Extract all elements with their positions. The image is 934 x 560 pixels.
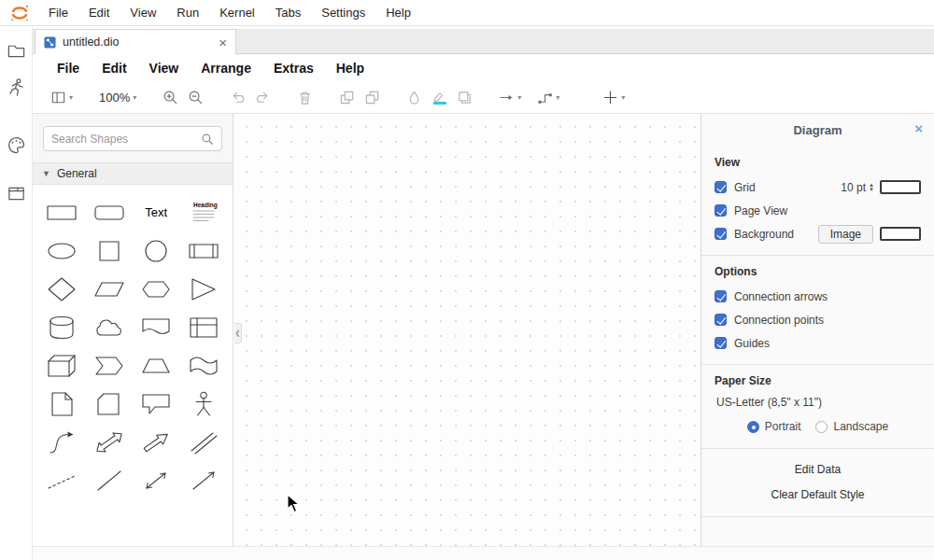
- connection-arrows-checkbox[interactable]: [715, 290, 727, 302]
- shape-dashed-line[interactable]: [38, 461, 86, 499]
- fill-color-button[interactable]: [402, 87, 427, 108]
- panel-collapse-handle[interactable]: ❮: [234, 323, 242, 343]
- shape-line[interactable]: [86, 461, 134, 499]
- zoom-select[interactable]: 100% ▾: [94, 88, 141, 107]
- shape-process[interactable]: [180, 231, 228, 270]
- shape-search-input[interactable]: [51, 133, 201, 146]
- shape-bidirectional-arrow[interactable]: [86, 423, 134, 461]
- shape-note[interactable]: [38, 385, 86, 423]
- drawio-menu-extras[interactable]: Extras: [262, 54, 325, 82]
- grid-checkbox[interactable]: [715, 181, 727, 193]
- jupyter-menu-tabs[interactable]: Tabs: [265, 0, 311, 25]
- tab-close-icon[interactable]: ×: [219, 35, 227, 49]
- undo-icon: [230, 90, 246, 105]
- shape-parallelogram[interactable]: [86, 270, 134, 308]
- waypoints-button[interactable]: ▾: [532, 87, 564, 108]
- shadow-button[interactable]: [452, 87, 477, 108]
- connection-button[interactable]: ▾: [494, 87, 526, 108]
- shape-text[interactable]: Text: [133, 193, 180, 231]
- shape-triangle[interactable]: [180, 270, 228, 308]
- redo-button[interactable]: [250, 87, 276, 108]
- drawio-menu-file[interactable]: File: [46, 54, 91, 82]
- section-general[interactable]: ▼ General: [33, 162, 233, 185]
- canvas-bottom-strip: [33, 546, 934, 560]
- jupyter-menu-run[interactable]: Run: [166, 0, 209, 25]
- file-browser-icon[interactable]: [7, 41, 26, 61]
- jupyter-menu-settings[interactable]: Settings: [311, 0, 375, 25]
- clear-default-style-button[interactable]: Clear Default Style: [715, 482, 921, 507]
- shape-cube[interactable]: [38, 346, 86, 385]
- shape-link[interactable]: [180, 423, 228, 461]
- zoom-out-button[interactable]: [183, 87, 208, 108]
- page-view-label: Page View: [734, 204, 787, 217]
- to-back-button[interactable]: [360, 87, 385, 108]
- shape-step[interactable]: [86, 346, 134, 385]
- guides-checkbox[interactable]: [715, 337, 727, 349]
- grid-color-button[interactable]: [880, 180, 921, 194]
- shape-bidirectional-connector[interactable]: [133, 461, 180, 499]
- shape-actor[interactable]: [180, 385, 228, 423]
- undo-button[interactable]: [225, 87, 250, 108]
- paper-size-value[interactable]: US-Letter (8,5" x 11"): [715, 394, 921, 414]
- jupyter-menu-edit[interactable]: Edit: [78, 0, 120, 25]
- grid-size-stepper[interactable]: ▲▼: [869, 183, 874, 192]
- svg-text:Heading: Heading: [193, 202, 218, 209]
- background-image-button[interactable]: Image: [818, 225, 873, 244]
- shape-card[interactable]: [86, 385, 134, 423]
- shape-cylinder[interactable]: [38, 308, 86, 346]
- shape-diamond[interactable]: [38, 270, 86, 308]
- page-view-checkbox[interactable]: [715, 204, 727, 217]
- to-front-button[interactable]: [334, 87, 360, 108]
- shape-cloud[interactable]: [86, 308, 134, 346]
- drawio-menu-edit[interactable]: Edit: [91, 54, 137, 82]
- chevron-down-icon: ▾: [133, 93, 136, 102]
- shape-tape[interactable]: [180, 346, 228, 385]
- shape-square[interactable]: [86, 231, 134, 270]
- open-tabs-icon[interactable]: [7, 184, 26, 203]
- drawio-menu-arrange[interactable]: Arrange: [190, 54, 262, 82]
- jupyter-menu-file[interactable]: File: [38, 0, 78, 25]
- shape-internal-storage[interactable]: [180, 308, 228, 346]
- shape-circle[interactable]: [133, 231, 180, 270]
- drawio-menu-view[interactable]: View: [138, 54, 191, 82]
- jupyter-menu-kernel[interactable]: Kernel: [209, 0, 265, 25]
- jupyter-menu-view[interactable]: View: [120, 0, 166, 25]
- drawio-menu-help[interactable]: Help: [325, 54, 375, 82]
- shape-hexagon[interactable]: [133, 270, 180, 308]
- command-palette-icon[interactable]: [7, 135, 26, 155]
- panel-close-icon[interactable]: ×: [914, 121, 923, 135]
- line-color-button[interactable]: [427, 88, 452, 107]
- shape-rectangle[interactable]: [38, 193, 86, 231]
- shape-document[interactable]: [133, 308, 180, 346]
- shape-heading[interactable]: Heading: [180, 193, 228, 231]
- delete-button[interactable]: [292, 87, 318, 108]
- chevron-down-icon: ▾: [556, 93, 559, 102]
- actions-section: Edit Data Clear Default Style: [701, 449, 934, 516]
- stepper-down-icon[interactable]: ▼: [869, 188, 874, 192]
- landscape-radio[interactable]: Landscape: [815, 420, 888, 433]
- shape-rounded-rectangle[interactable]: [86, 193, 134, 231]
- shape-curve[interactable]: [38, 423, 86, 461]
- panel-title: Diagram: [793, 123, 842, 137]
- view-layout-icon: [50, 90, 66, 105]
- shape-trapezoid[interactable]: [133, 346, 180, 385]
- view-layout-button[interactable]: ▾: [46, 87, 78, 108]
- tab-untitled-dio[interactable]: untitled.dio ×: [35, 29, 236, 54]
- zoom-in-icon: [163, 90, 178, 105]
- edit-data-button[interactable]: Edit Data: [715, 456, 921, 482]
- background-color-button[interactable]: [880, 227, 921, 241]
- connection-points-checkbox[interactable]: [715, 314, 727, 326]
- shape-directional-connector[interactable]: [180, 461, 228, 499]
- insert-button[interactable]: ▾: [598, 87, 630, 108]
- page-view-row: Page View: [715, 199, 921, 222]
- shape-arrow[interactable]: [133, 423, 180, 461]
- shape-ellipse[interactable]: [38, 231, 86, 270]
- portrait-radio[interactable]: Portrait: [747, 420, 801, 433]
- jupyter-menu-help[interactable]: Help: [375, 0, 421, 25]
- connection-points-label: Connection points: [734, 314, 824, 327]
- options-heading: Options: [715, 265, 921, 278]
- background-checkbox[interactable]: [715, 228, 727, 240]
- shape-callout[interactable]: [133, 385, 180, 423]
- zoom-in-button[interactable]: [158, 87, 183, 108]
- running-sessions-icon[interactable]: [7, 77, 26, 97]
